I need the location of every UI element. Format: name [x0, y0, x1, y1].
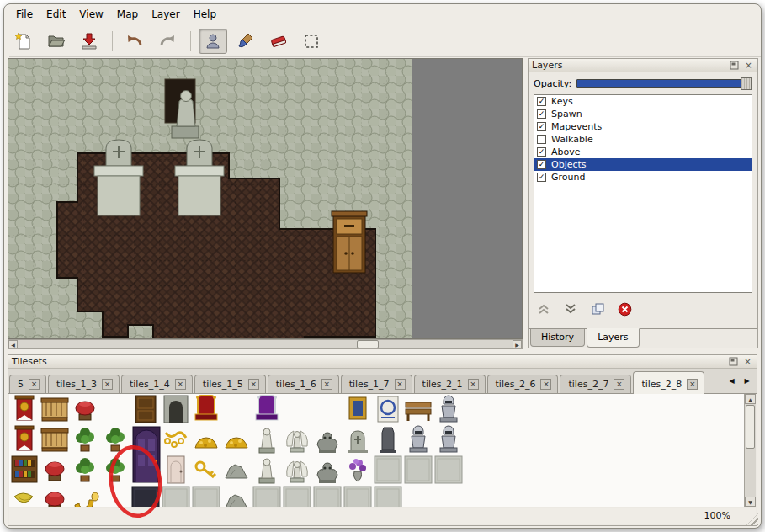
open-button[interactable]	[42, 29, 71, 54]
tile[interactable]	[162, 487, 189, 507]
tile[interactable]	[440, 396, 457, 422]
tile[interactable]	[196, 462, 215, 477]
tileset-tab[interactable]: tiles_1_7 ×	[341, 375, 412, 393]
layer-visibility-checkbox[interactable]: ✓	[537, 173, 546, 182]
tile[interactable]	[76, 402, 94, 420]
tile[interactable]	[349, 397, 366, 419]
tile[interactable]	[164, 396, 188, 423]
tile[interactable]	[435, 456, 462, 483]
tab-close-icon[interactable]: ×	[248, 379, 259, 390]
layer-row[interactable]: ✓ Above	[534, 146, 752, 158]
tab-close-icon[interactable]: ×	[321, 379, 332, 390]
layer-row[interactable]: Walkable	[534, 133, 752, 146]
scroll-up-stepper[interactable]: ▲	[745, 394, 756, 404]
tile[interactable]	[349, 459, 366, 481]
duplicate-layer-button[interactable]	[587, 300, 608, 318]
layer-visibility-checkbox[interactable]: ✓	[537, 109, 546, 119]
tab-close-icon[interactable]: ×	[102, 379, 113, 390]
tile[interactable]	[259, 459, 274, 483]
tab-close-icon[interactable]: ×	[687, 379, 698, 390]
layer-visibility-checkbox[interactable]: ✓	[537, 160, 546, 169]
tile[interactable]	[106, 428, 125, 451]
float-panel-icon[interactable]	[729, 60, 740, 71]
tile[interactable]	[41, 398, 68, 421]
tile[interactable]	[440, 426, 457, 452]
menu-layer[interactable]: Layer	[145, 6, 186, 23]
tileset-tab[interactable]: tiles_1_4 ×	[121, 375, 193, 393]
tile[interactable]	[344, 487, 371, 507]
tileset-tab-active[interactable]: tiles_2_8 ×	[633, 371, 704, 394]
tab-close-icon[interactable]: ×	[468, 379, 479, 390]
tab-close-icon[interactable]: ×	[540, 379, 551, 390]
tileset-vertical-scrollbar[interactable]: ▲ ▼	[744, 394, 756, 507]
tile[interactable]	[15, 426, 34, 450]
layer-visibility-checkbox[interactable]: ✓	[537, 147, 546, 157]
tile[interactable]	[253, 487, 280, 507]
move-layer-up-button[interactable]	[534, 300, 554, 318]
tileset-tab[interactable]: tiles_1_6 ×	[268, 375, 339, 393]
menu-file[interactable]: File	[9, 6, 40, 23]
tileset-tab[interactable]: 5 ×	[9, 375, 46, 393]
tile[interactable]	[12, 456, 37, 482]
tile-purple-door[interactable]	[133, 427, 160, 482]
tile[interactable]	[165, 433, 186, 447]
tile[interactable]	[132, 487, 159, 507]
tileset-tab[interactable]: tiles_1_5 ×	[194, 375, 266, 393]
layer-row[interactable]: ✓ Mapevents	[534, 120, 752, 133]
tile[interactable]	[314, 487, 341, 507]
float-panel-icon[interactable]	[728, 356, 739, 367]
tile[interactable]	[380, 428, 396, 453]
stamp-tool-button[interactable]	[199, 29, 227, 54]
menu-view[interactable]: View	[72, 6, 109, 23]
save-button[interactable]	[75, 29, 104, 54]
scrollbar-thumb[interactable]	[746, 405, 755, 449]
tile[interactable]	[14, 493, 33, 503]
move-layer-down-button[interactable]	[560, 300, 581, 318]
tile[interactable]	[76, 428, 94, 451]
tile[interactable]	[106, 458, 125, 481]
menu-map[interactable]: Map	[110, 6, 145, 23]
tile[interactable]	[378, 396, 398, 422]
tile[interactable]	[76, 458, 94, 481]
tile[interactable]	[348, 431, 368, 453]
redo-button[interactable]	[153, 29, 182, 54]
tile[interactable]	[284, 487, 311, 507]
eraser-tool-button[interactable]	[264, 29, 293, 54]
tile[interactable]	[226, 465, 247, 478]
tileset-tab[interactable]: tiles_2_7 ×	[560, 375, 631, 393]
scroll-left-stepper[interactable]: ◀	[8, 340, 18, 348]
menu-edit[interactable]: Edit	[40, 6, 72, 23]
tile[interactable]	[41, 428, 68, 451]
brush-tool-button[interactable]	[231, 29, 260, 54]
tab-history[interactable]: History	[530, 329, 585, 347]
opacity-slider[interactable]	[576, 79, 751, 88]
tile[interactable]	[195, 438, 217, 448]
close-panel-icon[interactable]: ×	[742, 356, 753, 367]
tab-close-icon[interactable]: ×	[395, 379, 406, 390]
layer-visibility-checkbox[interactable]: ✓	[537, 97, 546, 106]
layer-visibility-checkbox[interactable]	[537, 135, 546, 144]
tileset-tab[interactable]: tiles_2_1 ×	[414, 375, 486, 393]
tab-scroll-right-button[interactable]: ▶	[741, 375, 753, 388]
tileset-grid[interactable]	[9, 394, 741, 507]
tile[interactable]	[375, 456, 401, 483]
layer-row[interactable]: ✓ Keys	[534, 95, 752, 108]
tile[interactable]	[256, 396, 278, 420]
tile[interactable]	[45, 492, 64, 507]
tab-close-icon[interactable]: ×	[29, 379, 40, 390]
tile[interactable]	[405, 456, 432, 483]
tab-layers[interactable]: Layers	[587, 328, 639, 348]
tile[interactable]	[317, 463, 337, 483]
opacity-slider-handle[interactable]	[741, 77, 752, 90]
scroll-right-stepper[interactable]: ▶	[513, 340, 522, 348]
delete-layer-button[interactable]	[614, 300, 635, 318]
map-horizontal-scrollbar[interactable]: ◀ ▶	[8, 339, 523, 349]
new-file-button[interactable]	[9, 29, 38, 54]
tile[interactable]	[193, 487, 220, 507]
tile[interactable]	[75, 492, 98, 507]
map-canvas[interactable]	[8, 59, 412, 338]
select-tool-button[interactable]	[297, 29, 326, 54]
layer-visibility-checkbox[interactable]: ✓	[537, 122, 546, 131]
tab-close-icon[interactable]: ×	[614, 379, 624, 390]
tile[interactable]	[287, 431, 308, 452]
